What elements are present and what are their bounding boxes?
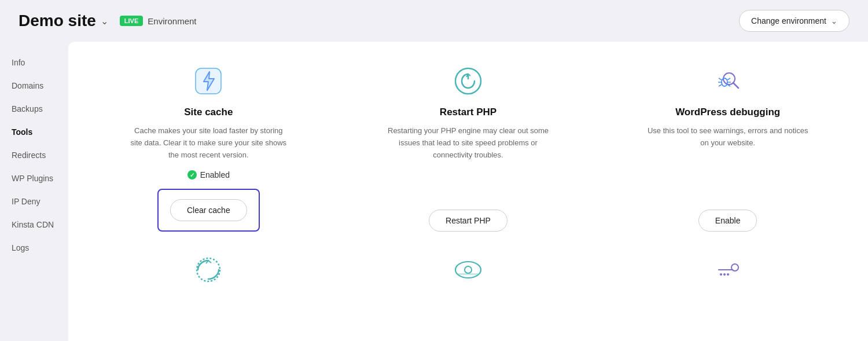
- svg-point-12: [197, 258, 220, 281]
- restart-php-icon: [452, 65, 484, 97]
- svg-point-19: [727, 273, 729, 276]
- change-environment-button[interactable]: Change environment ⌄: [739, 10, 849, 32]
- site-cache-title: Site cache: [184, 107, 233, 118]
- live-badge: LIVE: [120, 16, 143, 26]
- sidebar-item-wp-plugins[interactable]: WP Plugins: [0, 167, 68, 190]
- svg-line-8: [719, 85, 722, 86]
- svg-point-1: [455, 68, 481, 94]
- header-right: Change environment ⌄: [739, 10, 849, 32]
- site-dropdown-icon[interactable]: ⌄: [101, 16, 108, 27]
- sidebar-item-logs[interactable]: Logs: [0, 236, 68, 259]
- sidebar: Info Domains Backups Tools Redirects WP …: [0, 42, 68, 341]
- site-cache-icon: [192, 65, 225, 97]
- restart-php-title: Restart PHP: [440, 107, 496, 118]
- svg-point-13: [455, 262, 481, 278]
- change-env-chevron-icon: ⌄: [831, 17, 837, 25]
- svg-point-18: [723, 273, 726, 276]
- sidebar-item-ip-deny[interactable]: IP Deny: [0, 190, 68, 213]
- restart-php-description: Restarting your PHP engine may clear out…: [387, 125, 549, 161]
- wp-debugging-icon: [712, 65, 744, 97]
- sidebar-item-redirects[interactable]: Redirects: [0, 144, 68, 167]
- wp-debugging-card: WordPress debugging Use this tool to see…: [615, 65, 840, 232]
- wp-debugging-description: Use this tool to see warnings, errors an…: [647, 125, 809, 149]
- bottom-icon-3: [615, 255, 840, 285]
- site-cache-status: Enabled: [187, 170, 230, 179]
- svg-point-14: [465, 266, 472, 273]
- status-enabled-label: Enabled: [200, 170, 230, 179]
- top-header: Demo site ⌄ LIVE Environment Change envi…: [0, 0, 868, 42]
- bottom-icon-1: [96, 255, 321, 285]
- bottom-icon-2: [356, 255, 581, 285]
- enable-debugging-button[interactable]: Enable: [698, 210, 757, 232]
- content-area: Site cache Cache makes your site load fa…: [68, 42, 868, 341]
- svg-line-9: [727, 78, 730, 80]
- sidebar-item-domains[interactable]: Domains: [0, 74, 68, 97]
- site-title: Demo site: [19, 12, 96, 30]
- sidebar-item-info[interactable]: Info: [0, 51, 68, 74]
- environment-label: Environment: [148, 16, 196, 26]
- svg-rect-15: [458, 273, 479, 275]
- sidebar-item-kinsta-cdn[interactable]: Kinsta CDN: [0, 213, 68, 236]
- svg-line-6: [719, 78, 722, 80]
- restart-php-card: Restart PHP Restarting your PHP engine m…: [356, 65, 581, 232]
- tools-grid: Site cache Cache makes your site load fa…: [96, 65, 840, 232]
- sidebar-item-backups[interactable]: Backups: [0, 97, 68, 120]
- main-layout: Info Domains Backups Tools Redirects WP …: [0, 42, 868, 341]
- bottom-icons-row: [96, 255, 840, 285]
- site-cache-description: Cache makes your site load faster by sto…: [127, 125, 289, 161]
- status-enabled-dot: [187, 170, 197, 179]
- wp-debugging-title: WordPress debugging: [675, 107, 780, 118]
- svg-line-4: [733, 83, 738, 88]
- svg-point-17: [720, 273, 722, 276]
- svg-point-16: [731, 264, 738, 271]
- site-cache-card: Site cache Cache makes your site load fa…: [96, 65, 321, 232]
- sidebar-item-tools[interactable]: Tools: [0, 120, 68, 144]
- restart-php-button[interactable]: Restart PHP: [429, 210, 507, 232]
- clear-cache-highlight-box: Clear cache: [157, 189, 260, 232]
- clear-cache-button[interactable]: Clear cache: [170, 199, 247, 221]
